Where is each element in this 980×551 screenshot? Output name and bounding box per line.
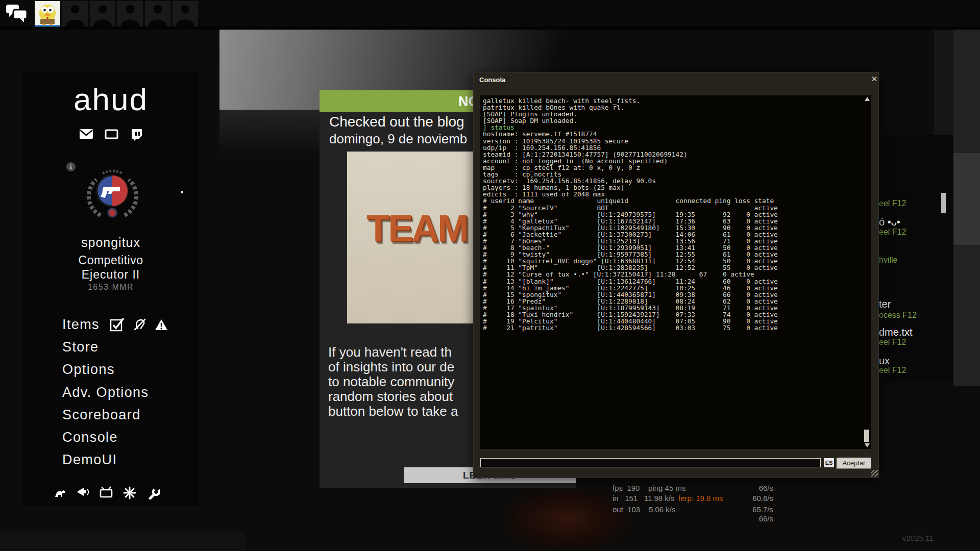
list-item-sub: ocess F12 xyxy=(879,311,917,320)
console-line: account : not logged in (No account spec… xyxy=(483,158,778,164)
console-output[interactable]: galletux killed beach- with steel_fists.… xyxy=(480,95,871,449)
empty-avatar[interactable] xyxy=(145,1,170,27)
top-bar-strip xyxy=(0,27,980,30)
list-item[interactable]: ó •ᴗ• xyxy=(879,216,900,228)
motd-body-line: button below to take a xyxy=(328,404,458,419)
sidebar-item-items[interactable]: Items xyxy=(62,317,100,333)
screen-icon[interactable] xyxy=(105,129,118,141)
netgraph: fps 190 ping 45 ms66/sin 151 11.98 k/s l… xyxy=(612,484,773,530)
console-line: # 3 "why" [U:1:249739575] 19:35 92 0 act… xyxy=(483,211,778,218)
deaf-ear-icon[interactable] xyxy=(133,318,146,331)
list-item[interactable]: dme.txt xyxy=(879,327,913,338)
netgraph-row: fps 190 ping 45 ms66/s xyxy=(612,484,773,492)
tf2-game-screen: eel F12ó •ᴗ•eel F12hvilleterocess F12dme… xyxy=(0,0,980,551)
info-icon[interactable]: i xyxy=(66,162,76,171)
list-item-sub: eel F12 xyxy=(879,338,906,347)
keyboard-lang-badge: ES xyxy=(824,458,834,467)
player-rank: Ejecutor II xyxy=(23,268,199,282)
mail-icon[interactable] xyxy=(80,129,93,141)
megaphone-icon[interactable] xyxy=(77,486,89,499)
scroll-up-icon[interactable] xyxy=(865,97,870,101)
scene-floor xyxy=(0,531,245,551)
competitive-rank-badge xyxy=(85,164,140,223)
console-line: # 2 "SourceTV" BOT active xyxy=(483,205,778,211)
submit-button[interactable]: Aceptar xyxy=(837,458,871,469)
console-line: [SOAP] Soap DM unloaded. xyxy=(483,117,778,124)
netgraph-lerp: lerp: 19.8 ms xyxy=(679,494,723,503)
console-line: # 16 "Predz" [U:1:2289818] 08:24 62 0 ac… xyxy=(483,298,778,305)
list-item[interactable]: ter xyxy=(879,298,891,310)
badge-dot xyxy=(181,191,183,193)
chat-icon[interactable] xyxy=(5,3,29,23)
hud-sidebar: ahud i xyxy=(23,72,199,506)
twitch-icon[interactable] xyxy=(130,129,142,141)
hud-title: ahud xyxy=(23,81,199,117)
version-watermark: v2025.11 xyxy=(902,534,934,542)
list-item-sub: eel F12 xyxy=(879,366,906,375)
console-line: # 6 "Jackettie" [U:1:37300273] 14:06 61 … xyxy=(483,231,778,238)
scene-band xyxy=(953,153,980,245)
sidebar-item-advoptions[interactable]: Adv. Options xyxy=(62,385,149,400)
empty-avatar[interactable] xyxy=(117,1,143,27)
console-line: hostname: serveme.tf #1518774 xyxy=(483,131,778,137)
empty-avatar[interactable] xyxy=(173,1,198,27)
console-window-title: Consola xyxy=(479,76,505,84)
empty-avatar[interactable] xyxy=(62,1,88,27)
scroll-down-icon[interactable] xyxy=(865,443,870,447)
netgraph-row: in 151 11.98 k/s lerp: 19.8 ms60.6/s xyxy=(612,494,773,503)
motd-body-line: of insights into our de xyxy=(328,359,454,375)
scrollbar-thumb[interactable] xyxy=(941,193,946,213)
netgraph-row: out 103 5.06 k/s65.7/s xyxy=(612,505,773,514)
motd-body-line: to notable community xyxy=(328,374,454,390)
sidebar-item-console[interactable]: Console xyxy=(62,430,118,445)
warning-icon[interactable] xyxy=(155,318,168,331)
console-window: Consola ✕ galletux killed beach- with st… xyxy=(473,72,879,478)
sidebar-item-demoui[interactable]: DemoUI xyxy=(62,452,117,468)
console-line: steamid : [A:1:2720134150:47757] (902771… xyxy=(483,151,778,158)
player-name: spongitux xyxy=(23,235,199,250)
console-line: # 13 "[blank]" [U:1:136124766] 11:24 60 … xyxy=(483,278,778,285)
scrollbar-thumb[interactable] xyxy=(864,430,869,442)
motd-body-line: If you haven't read th xyxy=(328,344,452,360)
console-line: # 14 "hi im james" [U:1:2242775] 10:25 4… xyxy=(483,285,778,291)
motd-body-line: random stories about xyxy=(328,389,453,405)
sidebar-item-store[interactable]: Store xyxy=(62,339,99,355)
console-line: # 5 "KenpachiTux" [U:1:1029549180] 15:30… xyxy=(483,224,778,231)
console-line: version : 10195385/24 10195385 secure xyxy=(483,138,778,144)
avatar-selected-indicator xyxy=(35,25,60,27)
player-avatar[interactable] xyxy=(35,1,60,27)
sidebar-item-options[interactable]: Options xyxy=(62,362,115,378)
list-item-sub: hville xyxy=(879,256,897,265)
console-line: # 12 "Curse of tux •.•" [U:1:372150417] … xyxy=(483,271,778,278)
sidebar-item-scoreboard[interactable]: Scoreboard xyxy=(62,407,141,423)
player-mode: Competitivo xyxy=(23,254,199,267)
resize-grip[interactable] xyxy=(871,470,878,477)
list-item-sub: eel F12 xyxy=(879,228,906,237)
checkbox-icon[interactable] xyxy=(110,317,125,332)
flower-gear-icon[interactable] xyxy=(123,486,136,499)
dog-icon[interactable] xyxy=(54,486,67,499)
console-line: # userid name uniqueid connected ping lo… xyxy=(483,197,778,204)
tv-icon[interactable] xyxy=(100,486,113,499)
wrench-icon[interactable] xyxy=(146,486,160,499)
scene-player-model xyxy=(503,487,630,551)
console-line: # 15 "spongitux" [U:1:440365871] 09:38 6… xyxy=(483,291,778,298)
close-icon[interactable]: ✕ xyxy=(870,75,878,83)
list-item-sub: eel F12 xyxy=(879,199,906,208)
empty-avatar[interactable] xyxy=(90,1,115,27)
console-line: # 21 "patritux" [U:1:428594566] 03:03 75… xyxy=(483,324,778,331)
console-input[interactable] xyxy=(480,458,821,467)
list-item[interactable]: ux xyxy=(879,355,890,367)
console-line: # 4 "galletux" [U:1:167432147] 17:36 63 … xyxy=(483,218,778,224)
player-mmr: 1653 MMR xyxy=(23,283,199,292)
console-line: udp/ip : 169.254.156.85:41856 xyxy=(483,144,778,151)
